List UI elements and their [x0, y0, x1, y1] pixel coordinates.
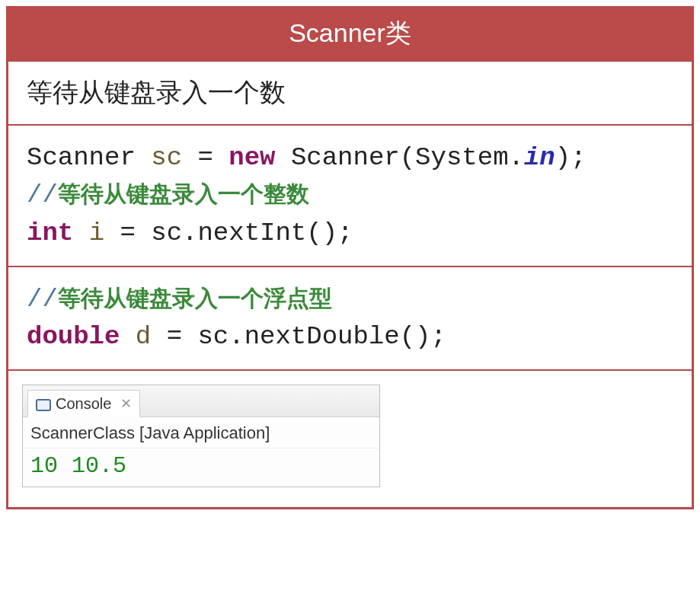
code-rest-2: = sc.nextDouble();: [151, 322, 446, 351]
console-icon: [36, 397, 50, 410]
console-cell: Console ✕ ScannerClass [Java Application…: [8, 369, 692, 507]
card-header: Scanner类: [8, 8, 692, 60]
code-static-in: in: [524, 143, 555, 172]
scanner-example-card: Scanner类 等待从键盘录入一个数 Scanner sc = new Sca…: [6, 6, 694, 509]
description-cell: 等待从键盘录入一个数: [8, 60, 692, 124]
code-block-1: Scanner sc = new Scanner(System.in); //等…: [27, 139, 673, 252]
code-block-2: //等待从键盘录入一个浮点型 double d = sc.nextDouble(…: [27, 281, 673, 356]
console-panel: Console ✕ ScannerClass [Java Application…: [22, 385, 380, 487]
code-eq: =: [182, 143, 229, 172]
code-cell-1: Scanner sc = new Scanner(System.in); //等…: [8, 124, 692, 266]
code-cell-2: //等待从键盘录入一个浮点型 double d = sc.nextDouble(…: [8, 266, 692, 370]
console-run-label: ScannerClass [Java Application]: [23, 417, 379, 448]
comment-slash-2: //: [27, 285, 58, 314]
card-title: Scanner类: [289, 18, 411, 47]
comment-text-2: 等待从键盘录入一个浮点型: [58, 286, 332, 311]
code-var-d: d: [136, 322, 151, 351]
description-text: 等待从键盘录入一个数: [27, 78, 286, 107]
code-end: );: [555, 143, 587, 172]
code-type-int: int: [27, 219, 73, 247]
code-type-double: double: [27, 322, 120, 351]
code-keyword-new: new: [229, 143, 275, 172]
code-rest: = sc.nextInt();: [104, 219, 353, 247]
code-var-i: i: [89, 219, 104, 247]
close-icon[interactable]: ✕: [120, 395, 132, 412]
console-tab[interactable]: Console ✕: [27, 390, 140, 417]
comment-text: 等待从键盘录入一个整数: [58, 181, 309, 206]
comment-slash: //: [27, 180, 58, 209]
code-ctor: Scanner(System.: [275, 143, 523, 172]
console-tab-label: Console: [56, 395, 111, 413]
console-tabbar: Console ✕: [23, 385, 379, 417]
console-output: 10 10.5: [23, 448, 379, 487]
code-var: sc: [151, 143, 182, 172]
code-type: Scanner: [27, 143, 136, 172]
